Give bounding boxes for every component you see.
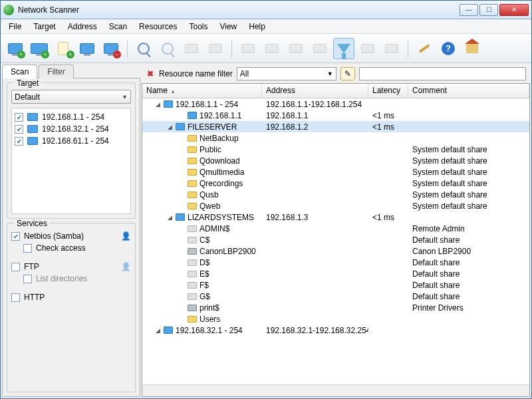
maximize-button[interactable]: ☐ — [479, 4, 498, 16]
monitor-icon — [176, 123, 185, 130]
folder-hidden-icon — [188, 259, 197, 266]
filter-select[interactable]: All ▼ — [237, 67, 336, 80]
grid-row[interactable]: D$Default share — [142, 257, 529, 268]
grid-row[interactable]: F$Default share — [142, 279, 529, 291]
menu-view[interactable]: View — [214, 21, 242, 33]
filter-label: Resource name filter — [159, 69, 233, 78]
service-ftp-sub[interactable]: List directories — [11, 273, 131, 285]
tb-settings[interactable] — [414, 38, 435, 59]
tb-res3[interactable] — [285, 38, 307, 59]
menu-scan[interactable]: Scan — [104, 21, 132, 33]
tb-res1[interactable] — [237, 38, 259, 59]
checkbox-icon[interactable]: ✔ — [15, 137, 23, 146]
tb-add-target[interactable]: + — [5, 38, 26, 59]
folder-hidden-icon — [188, 237, 197, 243]
tb-edit-target[interactable] — [76, 38, 98, 59]
horizontal-scrollbar[interactable] — [142, 384, 529, 396]
grid-row[interactable]: NetBackup — [142, 132, 529, 144]
col-comment[interactable]: Comment — [408, 84, 529, 98]
col-latency[interactable]: Latency — [368, 84, 408, 98]
tb-home[interactable] — [462, 38, 483, 59]
menu-target[interactable]: Target — [28, 21, 61, 33]
left-tab-body: Target Default ▼ ✔ 192.168.1.1 - 254 — [2, 78, 140, 397]
tb-help[interactable]: ? — [438, 38, 459, 59]
grid-row[interactable]: QdownloadSystem default share — [142, 155, 529, 166]
target-range-2[interactable]: ✔ 192.168.61.1 - 254 — [15, 135, 128, 147]
grid-row[interactable]: E$Default share — [142, 268, 529, 279]
expander-icon[interactable]: ◢ — [154, 101, 161, 108]
grid-row[interactable]: ADMIN$Remote Admin — [142, 223, 529, 234]
col-address[interactable]: Address — [262, 84, 368, 98]
folder-icon — [188, 146, 197, 153]
tb-scan[interactable] — [133, 38, 154, 59]
grid-row[interactable]: ◢192.168.32.1 - 254192.168.32.1-192.168.… — [142, 325, 529, 336]
tb-tree1[interactable] — [357, 38, 378, 59]
checkbox-icon[interactable] — [23, 275, 32, 283]
target-preset[interactable]: Default ▼ — [11, 90, 131, 104]
service-netbios-sub[interactable]: Check access — [11, 242, 131, 254]
checkbox-icon[interactable] — [23, 244, 32, 253]
tb-res4[interactable] — [309, 38, 331, 59]
menu-address[interactable]: Address — [63, 21, 102, 33]
close-button[interactable]: ✕ — [499, 4, 529, 16]
target-range-0[interactable]: ✔ 192.168.1.1 - 254 — [15, 111, 128, 123]
grid-row[interactable]: QwebSystem default share — [142, 200, 529, 211]
tb-filter[interactable] — [333, 38, 354, 59]
checkbox-icon[interactable] — [11, 263, 20, 271]
tb-tree2[interactable] — [381, 38, 402, 59]
tb-rescan[interactable] — [157, 38, 178, 59]
grid-row[interactable]: ◢FILESERVER192.168.1.2<1 ms — [142, 121, 529, 132]
service-ftp[interactable]: FTP 👤 — [11, 261, 131, 273]
clear-filter-button[interactable]: ✖ — [146, 69, 155, 78]
expander-icon[interactable]: ◢ — [166, 124, 173, 130]
grid-row[interactable]: C$Default share — [142, 234, 529, 245]
menu-help[interactable]: Help — [243, 21, 271, 33]
grid-row[interactable]: ◢LIZARDSYSTEMS192.168.1.3<1 ms — [142, 211, 529, 223]
toolbar: + + + − ? — [1, 34, 531, 63]
tb-import[interactable]: + — [53, 38, 74, 59]
tab-scan[interactable]: Scan — [2, 65, 37, 78]
checkbox-icon[interactable]: ✔ — [15, 125, 23, 134]
content: Scan Filter Target Default ▼ ✔ — [1, 63, 531, 398]
menu-tools[interactable]: Tools — [184, 21, 213, 33]
tb-add-range[interactable]: + — [29, 38, 50, 59]
service-http[interactable]: HTTP — [11, 291, 131, 303]
grid-row[interactable]: QmultimediaSystem default share — [142, 166, 529, 178]
grid-row[interactable]: 192.168.1.1192.168.1.1<1 ms — [142, 110, 529, 121]
grid-row[interactable]: PublicSystem default share — [142, 144, 529, 155]
grid-row[interactable]: CanonLBP2900Canon LBP2900 — [142, 245, 529, 257]
expander-icon[interactable]: ◢ — [154, 327, 161, 334]
filter-bar: ✖ Resource name filter All ▼ ✎ — [142, 65, 530, 83]
service-netbios[interactable]: ✔ Netbios (Samba) 👤 — [11, 230, 131, 242]
col-name[interactable]: Name▲ — [142, 84, 262, 98]
titlebar[interactable]: Network Scanner — ☐ ✕ — [1, 1, 531, 19]
folder-icon — [188, 203, 197, 209]
menu-file[interactable]: File — [3, 21, 27, 33]
services-label: Services — [14, 219, 50, 228]
menu-resources[interactable]: Resources — [134, 21, 182, 33]
grid-row[interactable]: ◢192.168.1.1 - 254192.168.1.1-192.168.1.… — [142, 98, 529, 110]
grid-row[interactable]: QusbSystem default share — [142, 189, 529, 200]
grid-body[interactable]: ◢192.168.1.1 - 254192.168.1.1-192.168.1.… — [142, 98, 529, 384]
tab-filter[interactable]: Filter — [39, 65, 74, 78]
left-tabs: Scan Filter — [2, 65, 140, 78]
grid-row[interactable]: G$Default share — [142, 291, 529, 302]
checkbox-icon[interactable] — [11, 293, 20, 302]
chevron-down-icon: ▼ — [327, 70, 333, 77]
edit-filter-button[interactable]: ✎ — [340, 67, 355, 80]
grid-row[interactable]: QrecordingsSystem default share — [142, 178, 529, 189]
tb-remove-target[interactable]: − — [100, 38, 122, 59]
checkbox-icon[interactable]: ✔ — [15, 113, 23, 122]
target-range-1[interactable]: ✔ 192.168.32.1 - 254 — [15, 123, 128, 135]
filter-input[interactable] — [359, 67, 526, 80]
grid-row[interactable]: Users — [142, 313, 529, 325]
checkbox-icon[interactable]: ✔ — [11, 232, 20, 241]
tb-folder1[interactable] — [181, 38, 202, 59]
tb-folder2[interactable] — [205, 38, 226, 59]
menubar: File Target Address Scan Resources Tools… — [1, 19, 531, 34]
minimize-button[interactable]: — — [460, 4, 478, 16]
grid-row[interactable]: print$Printer Drivers — [142, 302, 529, 313]
tb-res2[interactable] — [261, 38, 283, 59]
expander-icon[interactable]: ◢ — [166, 214, 173, 221]
chevron-down-icon: ▼ — [122, 94, 128, 100]
